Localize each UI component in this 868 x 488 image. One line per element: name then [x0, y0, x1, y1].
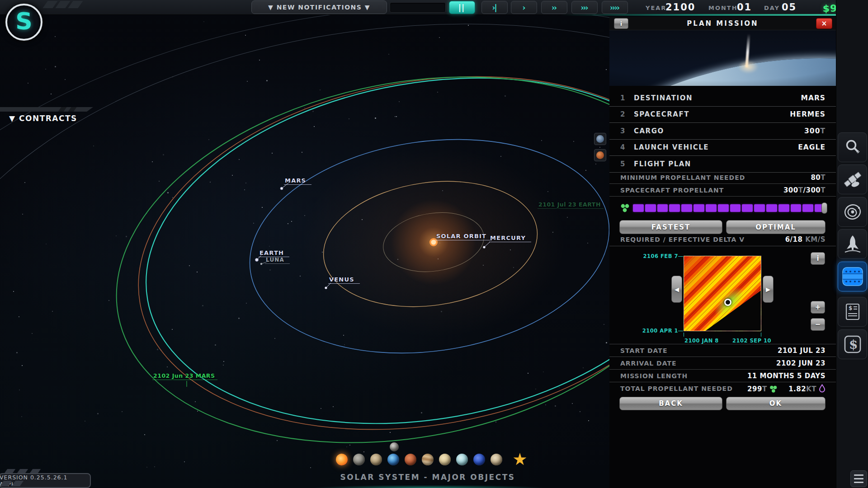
mars-thumbnail-icon [596, 151, 604, 159]
mission-hero-image [609, 30, 836, 86]
flight-plans-button[interactable] [838, 262, 867, 291]
top-bar: ▼ NEW NOTIFICATIONS ▼ || ›| › ›› ››› ›››… [0, 0, 868, 15]
propellant-segment [645, 204, 656, 212]
hero-vignette [609, 30, 836, 86]
time-display-slot [390, 2, 446, 13]
delta-v-value: 6/18 [785, 235, 803, 244]
total-propellant-row: TOTAL PROPELLANT NEEDED 299T 1.82KT [609, 382, 836, 395]
arrival-date-row: ARRIVAL DATE 2102 JUN 23 [609, 357, 836, 370]
step-row-flight-plan[interactable]: 5 FLIGHT PLAN [609, 156, 836, 173]
propellant-bar[interactable] [633, 204, 826, 212]
propellant-unit: T [798, 186, 803, 194]
day-label: DAY [764, 5, 780, 11]
budget-button[interactable]: $ [838, 297, 867, 327]
panel-header: i PLAN MISSION × [609, 17, 836, 30]
porkchop-plot[interactable] [684, 256, 761, 331]
object-earth[interactable] [387, 454, 399, 465]
y-axis-bottom-label: 2100 APR 1 [642, 328, 678, 334]
back-button[interactable]: BACK [619, 397, 722, 410]
next-window-arrow[interactable]: ▶ [763, 276, 774, 303]
step-unit: T [820, 127, 826, 135]
optimal-button[interactable]: OPTIMAL [726, 220, 826, 234]
total-propellant-volume: 1.82 [788, 385, 806, 393]
object-sun[interactable] [336, 454, 348, 465]
year-label: YEAR [646, 5, 666, 11]
step-row-destination[interactable]: 1 DESTINATION MARS [609, 90, 836, 107]
ok-button[interactable]: OK [726, 397, 826, 410]
step-value: HERMES [790, 110, 826, 118]
prev-window-arrow[interactable]: ◀ [671, 276, 682, 303]
search-icon [844, 138, 862, 156]
map-shortcut-earth-button[interactable] [594, 133, 606, 145]
map-label-earth[interactable]: EARTH [259, 249, 289, 257]
map-label-venus[interactable]: VENUS [328, 276, 360, 284]
start-date-label: START DATE [620, 347, 667, 354]
propellant-dots-icon [620, 204, 629, 212]
pause-button[interactable]: || [449, 1, 475, 14]
map-label-mercury[interactable]: MERCURY [489, 235, 531, 242]
solar-system-map[interactable] [0, 0, 609, 488]
step-label: CARGO [634, 127, 664, 135]
rocket-icon [843, 234, 863, 254]
finances-button[interactable]: $ [838, 329, 867, 359]
faster-speed-button[interactable]: ››› [571, 1, 598, 14]
object-saturn[interactable] [439, 454, 451, 465]
propellant-slider-handle[interactable] [821, 202, 827, 214]
step-label: SPACECRAFT [634, 110, 689, 118]
spacecraft-propellant-row: SPACECRAFT PROPELLANT 300T/300T [609, 184, 836, 197]
fastest-speed-button[interactable]: ›››› [602, 1, 628, 14]
object-venus[interactable] [370, 454, 382, 465]
porkchop-info-button[interactable]: i [811, 252, 825, 265]
x-axis-right-tick [761, 333, 761, 337]
map-label-luna[interactable]: LUNA [265, 257, 290, 264]
map-label-solar-orbit[interactable]: SOLAR ORBIT [435, 233, 492, 240]
step-row-cargo[interactable]: 3 CARGO 300T [609, 123, 836, 140]
launch-button[interactable] [838, 229, 867, 259]
spacecraft-propellant-label: SPACECRAFT PROPELLANT [620, 187, 724, 194]
delta-v-unit: KM/S [805, 235, 826, 244]
menu-button[interactable] [850, 470, 867, 487]
step-number: 3 [620, 127, 634, 135]
start-date-value: 2101 JUL 23 [778, 347, 826, 355]
propellant-dots-icon [769, 385, 777, 393]
object-jupiter[interactable] [422, 454, 434, 465]
step-row-launch-vehicle[interactable]: 4 LAUNCH VEHICLE EAGLE [609, 140, 836, 156]
object-uranus[interactable] [456, 454, 468, 465]
close-icon[interactable]: × [816, 18, 832, 29]
map-shortcut-mars-button[interactable] [594, 149, 606, 161]
contracts-toggle[interactable]: ▼ CONTRACTS [9, 114, 77, 123]
object-moon[interactable] [390, 442, 399, 451]
total-propellant-mass: 299 [747, 385, 762, 393]
zoom-out-button[interactable]: − [811, 318, 825, 331]
y-axis-top-label: 2106 FEB 7 [643, 253, 679, 259]
step-to-event-button[interactable]: ›| [481, 1, 508, 14]
month-value: 01 [737, 2, 752, 13]
fast-speed-button[interactable]: ›› [541, 1, 567, 14]
min-propellant-value: 80 [811, 174, 821, 182]
propellant-segment [802, 204, 813, 212]
object-pluto[interactable] [491, 454, 502, 465]
fastest-button[interactable]: FASTEST [619, 220, 722, 234]
satellites-button[interactable] [838, 164, 867, 194]
year-value: 2100 [665, 2, 695, 13]
step-row-spacecraft[interactable]: 2 SPACECRAFT HERMES [609, 107, 836, 123]
zoom-in-button[interactable]: + [811, 301, 825, 314]
propellant-slider[interactable] [620, 203, 826, 213]
map-label-mars[interactable]: MARS [284, 177, 311, 185]
object-mars[interactable] [405, 454, 416, 465]
top-bar-teal-glow [561, 14, 868, 16]
porkchop-section: 2106 FEB 7 2100 APR 1 2100 JAN 8 2102 SE… [609, 247, 836, 344]
plan-mission-panel: i PLAN MISSION × 1 DESTINATION MARS 2 SP… [609, 17, 836, 488]
favorites-star-button[interactable] [513, 453, 527, 466]
company-logo[interactable]: S [5, 4, 42, 41]
satellite-icon [843, 169, 863, 189]
new-notifications-button[interactable]: ▼ NEW NOTIFICATIONS ▼ [251, 0, 387, 14]
object-mercury[interactable] [353, 454, 365, 465]
orbits-button[interactable] [838, 197, 867, 227]
earth-thumbnail-icon [596, 135, 604, 143]
step-label: FLIGHT PLAN [634, 160, 691, 168]
mission-length-value: 11 MONTHS 5 DAYS [747, 372, 826, 380]
search-button[interactable] [838, 132, 867, 162]
play-button[interactable]: › [511, 1, 537, 14]
object-neptune[interactable] [473, 454, 485, 465]
